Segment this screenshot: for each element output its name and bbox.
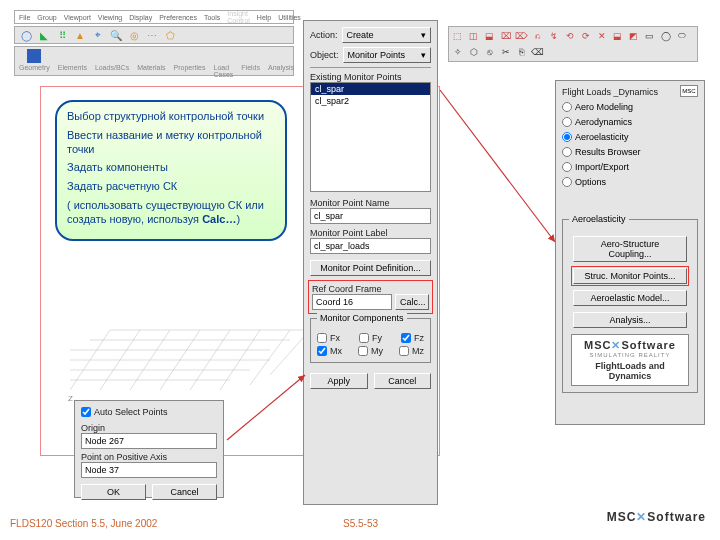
menu-display[interactable]: Display — [127, 14, 154, 21]
menu-file[interactable]: File — [17, 14, 32, 21]
tool-icon[interactable]: ⬓ — [483, 29, 496, 42]
radio-aerodynamics[interactable]: Aerodynamics — [562, 114, 698, 129]
list-item[interactable]: cl_spar — [311, 83, 430, 95]
origin-input[interactable] — [81, 433, 217, 449]
wireframe-grid — [70, 290, 310, 390]
toolbar-icon[interactable]: ◣ — [37, 28, 51, 42]
tool-icon[interactable]: ⎋ — [483, 45, 496, 58]
tool-icon[interactable]: ✕ — [595, 29, 608, 42]
menu-insight[interactable]: Insight Control — [225, 10, 252, 24]
tool-icon[interactable]: ✧ — [451, 45, 464, 58]
axis-label: Point on Positive Axis — [81, 452, 217, 462]
tool-icon[interactable]: ⌦ — [515, 29, 528, 42]
ref-frame-input[interactable] — [312, 294, 392, 310]
existing-monitor-points-list[interactable]: cl_spar cl_spar2 — [310, 82, 431, 192]
my-checkbox[interactable]: My — [358, 346, 383, 356]
aero-structure-coupling-button[interactable]: Aero-Structure Coupling... — [573, 236, 687, 262]
module-fields[interactable]: Fields — [241, 49, 260, 71]
existing-label: Existing Monitor Points — [310, 72, 431, 82]
mp-label-input[interactable] — [310, 238, 431, 254]
auto-select-checkbox[interactable]: Auto Select Points — [81, 407, 168, 417]
mp-label-label: Monitor Point Label — [310, 228, 431, 238]
chevron-down-icon: ▾ — [421, 50, 426, 60]
tool-icon[interactable]: ⟳ — [579, 29, 592, 42]
tool-icon[interactable]: ◫ — [467, 29, 480, 42]
action-select[interactable]: Create▾ — [342, 27, 431, 43]
tool-icon[interactable]: ↯ — [547, 29, 560, 42]
mx-checkbox[interactable]: Mx — [317, 346, 342, 356]
fx-checkbox[interactable]: Fx — [317, 333, 340, 343]
toolbar-icon[interactable]: ⠿ — [55, 28, 69, 42]
cancel-button[interactable]: Cancel — [152, 484, 217, 500]
module-analysis[interactable]: Analysis — [268, 49, 294, 71]
tool-icon[interactable]: ⎌ — [531, 29, 544, 42]
origin-label: Origin — [81, 423, 217, 433]
mz-checkbox[interactable]: Mz — [399, 346, 424, 356]
calc-button[interactable]: Calc... — [395, 294, 429, 310]
tool-icon[interactable]: ⟲ — [563, 29, 576, 42]
tool-icon[interactable]: ⌫ — [531, 45, 544, 58]
monitor-points-panel: Action: Create▾ Object: Monitor Points▾ … — [303, 20, 438, 505]
radio-aeroelasticity[interactable]: Aeroelasticity — [562, 129, 698, 144]
fz-checkbox[interactable]: Fz — [401, 333, 424, 343]
radio-aero-modeling[interactable]: Aero Modeling — [562, 99, 698, 114]
list-item[interactable]: cl_spar2 — [311, 95, 430, 107]
ref-frame-label: Ref Coord Frame — [312, 284, 429, 294]
menu-preferences[interactable]: Preferences — [157, 14, 199, 21]
apply-button[interactable]: Apply — [310, 373, 368, 389]
aeroelastic-model-button[interactable]: Aeroelastic Model... — [573, 290, 687, 306]
object-select[interactable]: Monitor Points▾ — [343, 47, 431, 63]
toolbar-icon[interactable]: 🔍 — [109, 28, 123, 42]
menubar[interactable]: File Group Viewport Viewing Display Pref… — [14, 10, 294, 24]
toolbar-icon[interactable]: ⬠ — [163, 28, 177, 42]
tool-icon[interactable]: ⬭ — [675, 29, 688, 42]
module-loads[interactable]: Loads/BCs — [95, 49, 129, 71]
module-elements[interactable]: Elements — [58, 49, 87, 71]
struc-monitor-points-button[interactable]: Struc. Monitor Points... — [573, 268, 687, 284]
ok-button[interactable]: OK — [81, 484, 146, 500]
axis-label-z: Z — [68, 394, 73, 403]
tool-icon[interactable]: ◩ — [627, 29, 640, 42]
toolbar-icon[interactable]: ▲ — [73, 28, 87, 42]
tool-icon[interactable]: ⬡ — [467, 45, 480, 58]
module-geometry[interactable]: Geometry — [19, 49, 50, 71]
footer-logo: MSC✕Software — [607, 510, 706, 524]
mp-name-label: Monitor Point Name — [310, 198, 431, 208]
tool-icon[interactable]: ⬓ — [611, 29, 624, 42]
menu-tools[interactable]: Tools — [202, 14, 222, 21]
flight-loads-panel: Flight Loads _Dynamics MSC Aero Modeling… — [555, 80, 705, 425]
mp-definition-button[interactable]: Monitor Point Definition... — [310, 260, 431, 276]
radio-options[interactable]: Options — [562, 174, 698, 189]
mp-name-input[interactable] — [310, 208, 431, 224]
module-properties[interactable]: Properties — [174, 49, 206, 71]
menu-viewport[interactable]: Viewport — [62, 14, 93, 21]
toolbar-icon[interactable]: ◎ — [127, 28, 141, 42]
cancel-button[interactable]: Cancel — [374, 373, 432, 389]
footer-center: S5.5-53 — [343, 518, 378, 529]
group-legend: Aeroelasticity — [569, 214, 629, 224]
analysis-button[interactable]: Analysis... — [573, 312, 687, 328]
tool-icon[interactable]: ⌧ — [499, 29, 512, 42]
tool-icon[interactable]: ▭ — [643, 29, 656, 42]
fy-checkbox[interactable]: Fy — [359, 333, 382, 343]
msc-logo-box: MSC✕Software SIMULATING REALITY FlightLo… — [571, 334, 689, 386]
menu-viewing[interactable]: Viewing — [96, 14, 124, 21]
radio-import-export[interactable]: Import/Export — [562, 159, 698, 174]
menu-help[interactable]: Help — [255, 14, 273, 21]
callout-line: ( использовать существующую СК или созда… — [67, 199, 275, 227]
toolbar-icon[interactable]: ⋯ — [145, 28, 159, 42]
module-loadcases[interactable]: Load Cases — [213, 49, 233, 78]
module-materials[interactable]: Materials — [137, 49, 165, 71]
tool-icon[interactable]: ◯ — [659, 29, 672, 42]
radio-results-browser[interactable]: Results Browser — [562, 144, 698, 159]
tool-icon[interactable]: ✂ — [499, 45, 512, 58]
toolbar-icon[interactable]: ◯ — [19, 28, 33, 42]
tool-icon[interactable]: ⬚ — [451, 29, 464, 42]
axis-input[interactable] — [81, 462, 217, 478]
toolbar-icon[interactable]: ⌖ — [91, 28, 105, 42]
callout-line: Ввести название и метку контрольной точк… — [67, 129, 275, 157]
menu-utilities[interactable]: Utilities — [276, 14, 303, 21]
menu-group[interactable]: Group — [35, 14, 58, 21]
callout-line: Задать компоненты — [67, 161, 275, 175]
tool-icon[interactable]: ⎘ — [515, 45, 528, 58]
